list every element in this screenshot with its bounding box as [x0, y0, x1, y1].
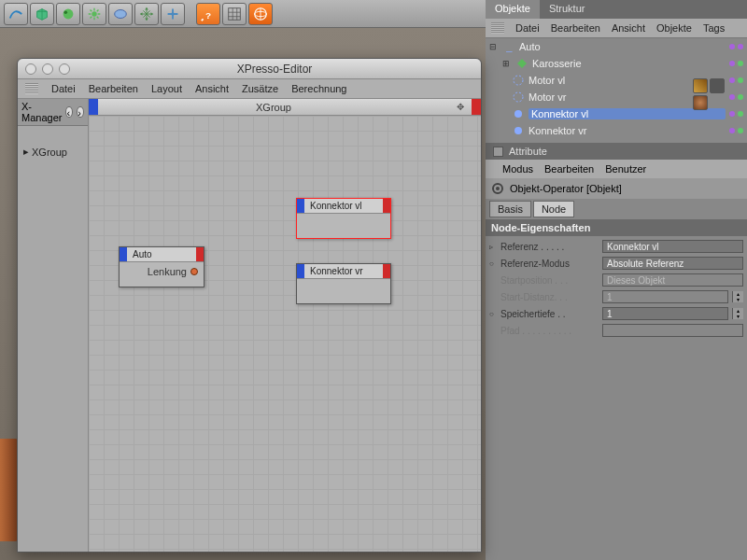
tool-spline[interactable]	[4, 3, 28, 25]
tag-xpresso-icon[interactable]	[693, 78, 708, 93]
port-dot-icon[interactable]	[190, 268, 198, 275]
window-close-button[interactable]	[25, 63, 36, 75]
attr-field-pfad	[602, 324, 743, 337]
tool-globe[interactable]	[248, 3, 273, 25]
expand-icon[interactable]: ⊟	[489, 42, 499, 51]
menu-edit[interactable]: Bearbeiten	[544, 163, 594, 175]
move-handle-icon[interactable]: ✥	[449, 102, 472, 112]
node-output-port[interactable]	[196, 247, 204, 261]
tool-grid[interactable]	[222, 3, 247, 25]
node-output-port[interactable]	[383, 199, 390, 213]
spinner-icon: ▴▾	[732, 291, 743, 302]
node-auto[interactable]: Auto Lenkung	[119, 246, 204, 287]
svg-point-0	[63, 8, 74, 19]
tree-row-karosserie[interactable]: ⊞ Karosserie	[486, 55, 747, 72]
tree-row-auto[interactable]: ⊟ ⎯ Auto	[486, 38, 747, 55]
disclosure-icon[interactable]: ▹	[489, 243, 497, 251]
tag-texture-icon[interactable]	[693, 95, 708, 110]
node-title: Auto	[127, 249, 196, 259]
expand-icon[interactable]: ⊞	[502, 59, 512, 68]
xpresso-canvas-header: XGroup ✥	[89, 99, 481, 116]
svg-marker-13	[517, 59, 527, 68]
window-titlebar[interactable]: XPresso-Editor	[18, 59, 481, 79]
tool-primitive[interactable]	[108, 3, 133, 25]
attribute-rows: ▹ Referenz . . . . . Konnektor vl ○ Refe…	[486, 236, 747, 341]
attr-field-referenz[interactable]: Konnektor vl	[602, 240, 743, 253]
window-title: XPresso-Editor	[76, 63, 473, 76]
menu-calc[interactable]: Berechnung	[291, 83, 346, 94]
menu-file[interactable]: Datei	[51, 83, 76, 94]
attr-row-start-distanz: Start-Distanz. . . 1 ▴▾	[486, 288, 747, 305]
menu-mode[interactable]: Modus	[502, 163, 533, 175]
scene-tree: ⊟ ⎯ Auto ⊞ Karosserie Motor vl Motor vr …	[486, 38, 747, 143]
menu-file[interactable]: Datei	[515, 22, 540, 34]
tool-deformer[interactable]	[56, 3, 80, 25]
grip-icon[interactable]	[491, 22, 504, 34]
svg-point-17	[514, 127, 522, 134]
sidebar-header-label: X-Manager	[21, 101, 62, 123]
xpresso-menubar: Datei Bearbeiten Layout Ansicht Zusätze …	[18, 79, 481, 99]
menu-objects[interactable]: Objekte	[656, 22, 692, 34]
menu-edit[interactable]: Bearbeiten	[551, 22, 600, 34]
attr-field-speichertiefe[interactable]: 1	[602, 307, 728, 320]
tree-label: Auto	[519, 41, 726, 52]
tool-cube[interactable]	[30, 3, 54, 25]
tool-move[interactable]	[161, 3, 185, 25]
menu-edit[interactable]: Bearbeiten	[89, 83, 138, 94]
tree-tag-column	[693, 77, 741, 111]
menu-view[interactable]: Ansicht	[195, 83, 229, 94]
menu-layout[interactable]: Layout	[151, 83, 182, 94]
grip-icon[interactable]	[25, 83, 38, 94]
sidebar-item-xgroup[interactable]: ▸ XGroup	[18, 143, 88, 161]
attr-field-start-distanz: 1	[602, 290, 728, 303]
node-input-port[interactable]	[297, 199, 304, 213]
motor-icon	[512, 91, 525, 104]
tool-help[interactable]: ?	[196, 3, 220, 25]
node-input-port[interactable]	[297, 264, 304, 278]
node-output-row[interactable]: Lenkung	[125, 266, 198, 277]
node-konnektor-vl[interactable]: Konnektor vl	[296, 198, 391, 239]
xpresso-sidebar-header: X-Manager ‹ ›	[18, 99, 88, 126]
output-port-icon[interactable]	[472, 99, 481, 115]
anim-dot-icon[interactable]: ○	[489, 310, 497, 318]
attr-label: Referenz-Modus	[500, 259, 599, 269]
spinner-icon[interactable]: ▴▾	[732, 308, 743, 319]
tool-arrange[interactable]	[134, 3, 159, 25]
tab-basis[interactable]: Basis	[489, 201, 531, 217]
gear-icon	[491, 182, 504, 195]
svg-point-4	[171, 12, 175, 16]
attribute-lock-checkbox[interactable]	[493, 147, 503, 157]
svg-point-15	[514, 92, 523, 102]
attribute-menubar: Modus Bearbeiten Benutzer	[486, 160, 747, 178]
anim-dot-icon[interactable]: ○	[489, 259, 497, 268]
window-zoom-button[interactable]	[59, 63, 70, 75]
chevron-right-icon: ▸	[23, 146, 29, 158]
xpresso-window: XPresso-Editor Datei Bearbeiten Layout A…	[17, 58, 482, 553]
tab-node[interactable]: Node	[533, 201, 574, 217]
input-port-icon[interactable]	[89, 99, 98, 115]
objects-menubar: Datei Bearbeiten Ansicht Objekte Tags	[486, 19, 747, 38]
attr-label: Startposition . . .	[500, 275, 599, 286]
node-konnektor-vr[interactable]: Konnektor vr	[296, 263, 391, 304]
tab-objects[interactable]: Objekte	[486, 0, 540, 19]
node-output-port[interactable]	[383, 264, 390, 278]
poly-icon	[515, 57, 529, 70]
menu-view[interactable]: Ansicht	[612, 22, 645, 34]
sidebar-nav-icon[interactable]: ›	[77, 106, 84, 118]
tree-row-konnektor-vr[interactable]: Konnektor vr	[486, 122, 747, 139]
attr-field-referenz-modus[interactable]: Absolute Referenz	[602, 257, 743, 270]
tag-dynamics-icon[interactable]	[710, 78, 725, 93]
motor-icon	[512, 74, 525, 87]
menu-extras[interactable]: Zusätze	[242, 83, 278, 94]
menu-user[interactable]: Benutzer	[605, 163, 646, 175]
attribute-tabs: Basis Node	[486, 199, 747, 219]
node-input-port[interactable]	[120, 247, 127, 261]
xpresso-canvas[interactable]: Auto Lenkung Konnektor vl	[89, 116, 481, 552]
tab-structure[interactable]: Struktur	[540, 0, 595, 19]
menu-tags[interactable]: Tags	[703, 22, 725, 34]
attr-label: Speichertiefe . .	[500, 309, 599, 319]
window-minimize-button[interactable]	[42, 63, 53, 75]
attribute-title: Attribute	[509, 146, 547, 157]
sidebar-nav-icon[interactable]: ‹	[65, 106, 73, 118]
tool-field[interactable]	[82, 3, 106, 25]
